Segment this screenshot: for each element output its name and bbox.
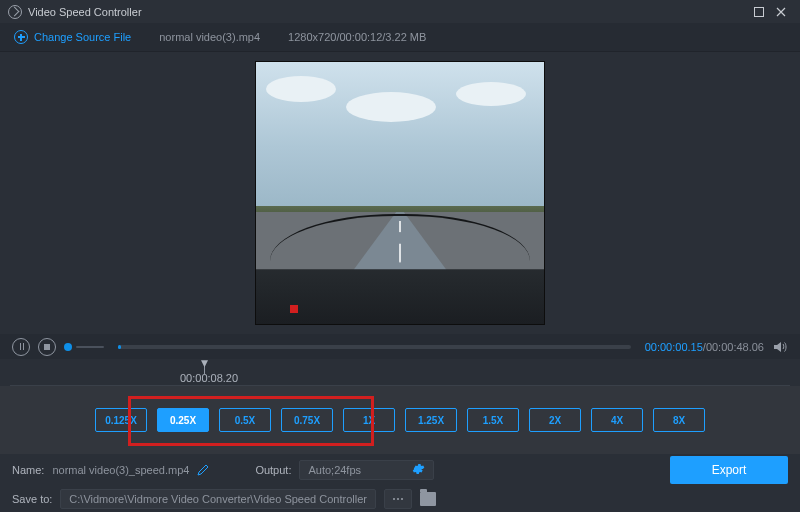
name-label: Name: [12, 464, 44, 476]
video-preview[interactable] [255, 61, 545, 325]
save-path-value: C:\Vidmore\Vidmore Video Converter\Video… [69, 493, 367, 505]
speed-option-8x[interactable]: 8X [653, 408, 705, 432]
save-to-label: Save to: [12, 493, 52, 505]
footer-row-1: Name: normal video(3)_speed.mp4 Output: … [0, 454, 800, 486]
speed-option-0-125x[interactable]: 0.125X [95, 408, 147, 432]
maximize-button[interactable] [748, 1, 770, 23]
preview-area [0, 52, 800, 334]
speed-option-0-5x[interactable]: 0.5X [219, 408, 271, 432]
speed-selector: 0.125X0.25X0.5X0.75X1X1.25X1.5X2X4X8X [0, 386, 800, 454]
speed-option-1x[interactable]: 1X [343, 408, 395, 432]
footer: Name: normal video(3)_speed.mp4 Output: … [0, 454, 800, 512]
gear-icon[interactable] [411, 462, 425, 478]
speed-option-1-5x[interactable]: 1.5X [467, 408, 519, 432]
change-source-button[interactable]: Change Source File [14, 30, 131, 44]
footer-row-2: Save to: C:\Vidmore\Vidmore Video Conver… [0, 486, 800, 512]
speed-option-0-25x[interactable]: 0.25X [157, 408, 209, 432]
speed-option-4x[interactable]: 4X [591, 408, 643, 432]
player-controls: 00:00:00.15/00:00:48.06 [0, 334, 800, 359]
timeline-marker[interactable] [204, 365, 205, 375]
timeline-timestamp: 00:00:08.20 [180, 372, 238, 384]
export-button[interactable]: Export [670, 456, 788, 484]
progress-bar[interactable] [118, 345, 631, 349]
source-bar: Change Source File normal video(3).mp4 1… [0, 23, 800, 52]
red-marker [290, 305, 298, 313]
speed-option-2x[interactable]: 2X [529, 408, 581, 432]
speaker-icon[interactable] [772, 339, 788, 355]
open-folder-button[interactable] [420, 492, 436, 506]
app-logo-icon [8, 5, 22, 19]
window-title: Video Speed Controller [28, 6, 142, 18]
current-time: 00:00:00.15 [645, 341, 703, 353]
source-meta: 1280x720/00:00:12/3.22 MB [288, 31, 426, 43]
speed-option-0-75x[interactable]: 0.75X [281, 408, 333, 432]
titlebar: Video Speed Controller [0, 0, 800, 23]
speed-option-1-25x[interactable]: 1.25X [405, 408, 457, 432]
close-button[interactable] [770, 1, 792, 23]
total-time: 00:00:48.06 [706, 341, 764, 353]
plus-circle-icon [14, 30, 28, 44]
output-select[interactable]: Auto;24fps [299, 460, 434, 480]
timeline-row: 00:00:08.20 [0, 359, 800, 386]
app-window: Video Speed Controller Change Source Fil… [0, 0, 800, 512]
svg-rect-0 [755, 7, 764, 16]
pause-button[interactable] [12, 338, 30, 356]
name-value: normal video(3)_speed.mp4 [52, 464, 189, 476]
output-value: Auto;24fps [308, 464, 361, 476]
time-display: 00:00:00.15/00:00:48.06 [645, 341, 764, 353]
stop-button[interactable] [38, 338, 56, 356]
source-filename: normal video(3).mp4 [159, 31, 260, 43]
output-label: Output: [255, 464, 291, 476]
browse-path-button[interactable] [384, 489, 412, 509]
save-path-field[interactable]: C:\Vidmore\Vidmore Video Converter\Video… [60, 489, 376, 509]
volume-slider[interactable] [76, 346, 104, 348]
change-source-label: Change Source File [34, 31, 131, 43]
volume-thumb[interactable] [64, 343, 72, 351]
edit-name-button[interactable] [197, 464, 209, 476]
